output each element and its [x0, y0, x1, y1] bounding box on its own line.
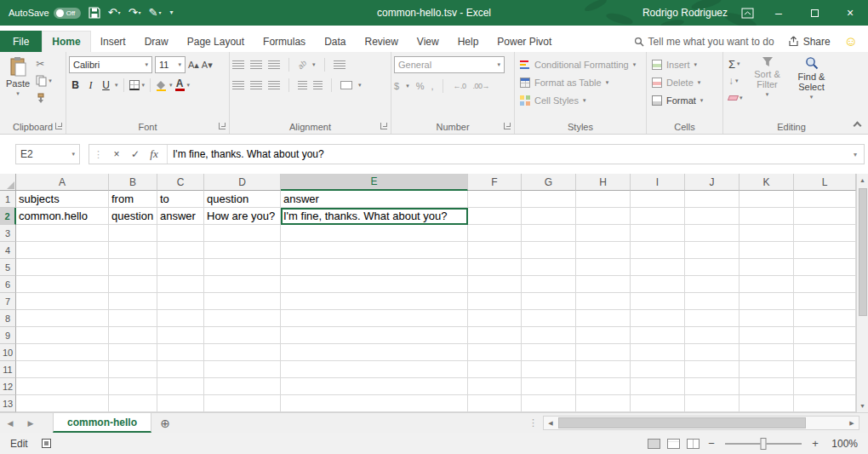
cell-D10[interactable] [204, 344, 281, 361]
tab-draw[interactable]: Draw [135, 31, 178, 52]
cell-B9[interactable] [109, 327, 157, 344]
redo-button[interactable]: ↷ ▾ [128, 7, 141, 19]
cell-B12[interactable] [109, 378, 157, 395]
save-button[interactable] [89, 7, 100, 19]
cell-K2[interactable] [740, 208, 794, 225]
cell-C9[interactable] [157, 327, 204, 344]
clear-button[interactable]: ▾ [726, 89, 745, 106]
cell-A3[interactable] [16, 225, 109, 242]
touch-mode-caret[interactable]: ▾ [158, 7, 161, 19]
scroll-down-icon[interactable]: ▼ [857, 399, 868, 412]
col-header-F[interactable]: F [468, 174, 522, 191]
cell-J13[interactable] [685, 395, 740, 412]
underline-button[interactable]: U [100, 79, 112, 91]
cell-B6[interactable] [109, 276, 157, 293]
cut-button[interactable]: ✂ [33, 55, 54, 72]
cell-A12[interactable] [16, 378, 109, 395]
tab-review[interactable]: Review [355, 31, 407, 52]
cell-G5[interactable] [522, 259, 576, 276]
cell-C4[interactable] [157, 242, 204, 259]
cell-G12[interactable] [522, 378, 576, 395]
italic-button[interactable]: I [84, 79, 97, 92]
cell-L10[interactable] [794, 344, 856, 361]
orientation-button[interactable]: ab [296, 59, 308, 71]
alignment-dialog-launcher[interactable] [380, 123, 387, 129]
tab-view[interactable]: View [408, 31, 448, 52]
cell-G2[interactable] [522, 208, 576, 225]
font-size-caret[interactable]: ▾ [178, 61, 181, 68]
clear-caret[interactable]: ▾ [740, 95, 743, 101]
format-painter-button[interactable] [33, 89, 54, 106]
col-header-G[interactable]: G [522, 174, 576, 191]
cell-L7[interactable] [794, 293, 856, 310]
formula-input[interactable]: I'm fine, thanks. What about you? [168, 148, 847, 160]
clipboard-dialog-launcher[interactable] [55, 123, 62, 129]
cell-B1[interactable]: from [109, 191, 157, 208]
touch-mouse-mode-button[interactable]: ✎ ▾ [149, 7, 162, 19]
zoom-level[interactable]: 100% [827, 438, 858, 450]
format-caret[interactable]: ▾ [700, 97, 704, 104]
scroll-left-icon[interactable]: ◀ [544, 417, 557, 429]
cell-I12[interactable] [631, 378, 685, 395]
cell-styles-button[interactable]: Cell Styles ▾ [517, 91, 643, 109]
row-header-12[interactable]: 12 [0, 378, 16, 395]
next-sheet-button[interactable]: ▶ [20, 413, 41, 433]
cell-D8[interactable] [204, 310, 281, 327]
accounting-format-button[interactable]: $ [394, 81, 399, 91]
cell-A2[interactable]: common.hello [16, 208, 109, 225]
cell-styles-caret[interactable]: ▾ [583, 97, 586, 104]
cell-F13[interactable] [468, 395, 522, 412]
user-name[interactable]: Rodrigo Rodriguez [642, 7, 728, 19]
col-header-K[interactable]: K [740, 174, 794, 191]
autosum-caret[interactable]: ▾ [737, 60, 740, 67]
cancel-button[interactable]: × [107, 148, 126, 160]
zoom-in-button[interactable]: + [810, 437, 820, 450]
cell-L8[interactable] [794, 310, 856, 327]
merge-center-caret[interactable]: ▾ [358, 82, 362, 89]
row-header-1[interactable]: 1 [0, 191, 16, 208]
font-color-button[interactable]: BA [175, 79, 185, 91]
cell-H5[interactable] [576, 259, 631, 276]
number-dialog-launcher[interactable] [504, 123, 511, 129]
cell-F5[interactable] [468, 259, 522, 276]
col-header-A[interactable]: A [16, 174, 109, 191]
cell-J1[interactable] [685, 191, 740, 208]
tab-splitter-handle[interactable]: ⋮ [528, 417, 538, 428]
wrap-text-button[interactable] [334, 60, 345, 69]
increase-decimal-button[interactable]: ←.0 [453, 82, 465, 90]
font-size-combo[interactable]: 11 ▾ [155, 56, 186, 73]
ribbon-display-options-button[interactable] [741, 8, 754, 19]
middle-align-button[interactable] [250, 60, 262, 69]
cell-H2[interactable] [576, 208, 631, 225]
cell-A8[interactable] [16, 310, 109, 327]
cell-C10[interactable] [157, 344, 204, 361]
paste-button[interactable]: Paste ▾ [3, 54, 33, 100]
cell-E2[interactable]: I'm fine, thanks. What about you? [281, 208, 468, 225]
customize-quick-access-toolbar-button[interactable]: ▾ [168, 7, 173, 19]
zoom-slider-thumb[interactable] [761, 438, 767, 450]
horizontal-scroll-track[interactable] [557, 417, 845, 429]
tab-insert[interactable]: Insert [91, 31, 135, 52]
cell-L9[interactable] [794, 327, 856, 344]
format-as-table-button[interactable]: Format as Table ▾ [517, 73, 643, 91]
cell-B11[interactable] [109, 361, 157, 378]
normal-view-button[interactable] [648, 439, 660, 449]
cell-L1[interactable] [794, 191, 856, 208]
cell-A4[interactable] [16, 242, 109, 259]
feedback-smiley-icon[interactable]: ☺ [844, 35, 858, 49]
tab-file[interactable]: File [0, 31, 42, 52]
scroll-up-icon[interactable]: ▲ [857, 174, 868, 187]
cell-B5[interactable] [109, 259, 157, 276]
cell-C6[interactable] [157, 276, 204, 293]
borders-button[interactable] [129, 80, 140, 90]
cell-H1[interactable] [576, 191, 631, 208]
cell-D11[interactable] [204, 361, 281, 378]
font-dialog-launcher[interactable] [219, 123, 226, 129]
cell-G6[interactable] [522, 276, 576, 293]
paste-caret[interactable]: ▾ [16, 90, 20, 97]
cell-D6[interactable] [204, 276, 281, 293]
tell-me-box[interactable]: Tell me what you want to do [634, 36, 774, 48]
tab-formulas[interactable]: Formulas [254, 31, 315, 52]
cell-I2[interactable] [631, 208, 685, 225]
cell-J10[interactable] [685, 344, 740, 361]
